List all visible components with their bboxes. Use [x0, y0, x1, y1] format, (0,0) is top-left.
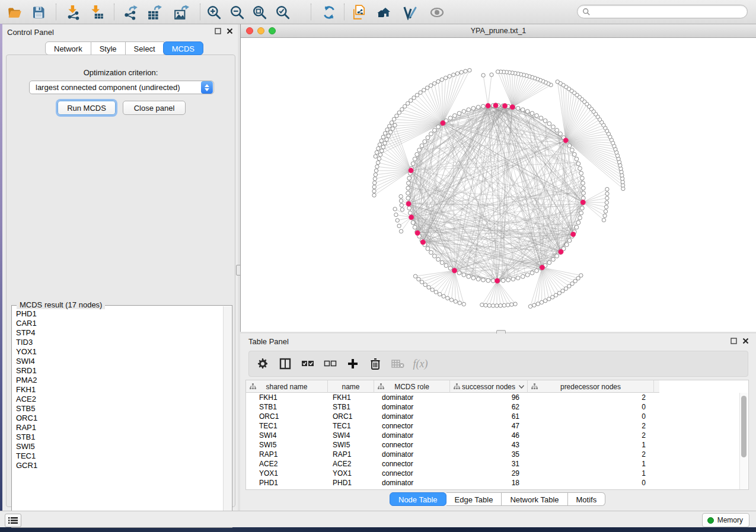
import-network-button[interactable]	[65, 4, 82, 21]
cell-successor-nodes: 96	[450, 393, 528, 402]
network-view-window: YPA_prune.txt_1	[240, 24, 756, 332]
mcds-result-item[interactable]: YOX1	[16, 347, 224, 357]
table-row[interactable]: FKH1 FKH1 dominator 96 2	[246, 393, 749, 402]
export-table-button[interactable]	[146, 4, 163, 21]
tab-style[interactable]: Style	[91, 41, 126, 55]
zoom-in-button[interactable]	[206, 4, 222, 21]
close-panel-button[interactable]: Close panel	[123, 101, 186, 115]
table-row[interactable]: PHD1 PHD1 dominator 18 0	[246, 478, 749, 488]
tab-select[interactable]: Select	[126, 41, 164, 55]
mcds-result-item[interactable]: CAR1	[16, 319, 224, 328]
search-input[interactable]	[591, 7, 747, 17]
home-networks-button[interactable]	[377, 4, 394, 21]
mcds-result-item[interactable]: STB1	[16, 432, 224, 442]
table-scrollbar[interactable]	[739, 393, 748, 489]
mcds-result-item[interactable]: GCR1	[16, 461, 224, 470]
mcds-result-item[interactable]: ORC1	[16, 414, 224, 423]
table-row[interactable]: SWI5 SWI5 connector 43 1	[246, 440, 749, 450]
cell-name: TEC1	[328, 422, 374, 430]
mcds-list-scrollbar[interactable]	[223, 306, 231, 527]
save-session-button[interactable]	[30, 4, 47, 21]
zoom-fit-button[interactable]	[251, 4, 268, 21]
table-row[interactable]: SWI4 SWI4 dominator 46 2	[246, 431, 749, 440]
float-panel-icon[interactable]	[731, 338, 737, 344]
main-toolbar	[0, 0, 756, 24]
criterion-dropdown[interactable]: largest connected component (undirected)	[29, 81, 214, 94]
clear-column-selection-button[interactable]	[321, 355, 339, 373]
tab-edge-table[interactable]: Edge Table	[446, 492, 502, 506]
mcds-result-item[interactable]: PMA2	[16, 376, 224, 385]
mcds-result-item[interactable]: ACE2	[16, 395, 224, 404]
cell-name: SWI4	[328, 431, 374, 440]
mcds-result-item[interactable]: FKH1	[16, 385, 224, 395]
style-brush-icon	[402, 5, 419, 20]
float-panel-icon[interactable]	[215, 28, 221, 34]
cell-mcds-role: dominator	[374, 393, 450, 402]
table-row[interactable]: ACE2 ACE2 connector 31 1	[246, 459, 749, 469]
tab-mcds[interactable]: MCDS	[163, 41, 203, 55]
search-field[interactable]	[577, 5, 748, 18]
table-settings-button[interactable]	[254, 355, 272, 373]
delete-columns-button[interactable]	[366, 355, 384, 373]
show-columns-button[interactable]	[276, 355, 294, 373]
column-header-name[interactable]: name	[328, 380, 374, 393]
mcds-result-item[interactable]: PHD1	[16, 309, 224, 319]
style-preview-button[interactable]	[402, 4, 419, 21]
mcds-result-list[interactable]: PHD1 CAR1 STP4 TID3 YOX1 SWI4 SRD1 PMA2	[12, 309, 224, 527]
close-panel-icon[interactable]	[742, 338, 749, 344]
list-icon	[8, 517, 18, 524]
mcds-result-item[interactable]: SWI5	[16, 442, 224, 451]
column-header-mcds-role[interactable]: MCDS role	[374, 380, 450, 393]
zoom-out-button[interactable]	[229, 4, 245, 21]
delete-table-button[interactable]	[389, 355, 407, 373]
table-row[interactable]: YOX1 YOX1 connector 29 1	[246, 469, 749, 478]
node-table-header: shared name name MCDS role successor nod…	[246, 380, 659, 393]
export-network-button[interactable]	[123, 4, 139, 21]
column-label: predecessor nodes	[560, 383, 621, 391]
create-column-button[interactable]	[344, 355, 362, 373]
org-chart-icon	[378, 383, 384, 390]
optimization-criterion-label: Optimization criterion:	[7, 68, 235, 77]
column-header-successor-nodes[interactable]: successor nodes	[450, 380, 528, 393]
network-canvas[interactable]	[241, 38, 756, 332]
export-image-button[interactable]	[173, 4, 190, 21]
table-row[interactable]: STB1 STB1 dominator 62 0	[246, 402, 749, 412]
table-scrollbar-thumb[interactable]	[741, 396, 747, 457]
export-table-icon	[147, 5, 162, 20]
refresh-view-button[interactable]	[321, 4, 337, 21]
tab-network-table[interactable]: Network Table	[502, 492, 567, 506]
houses-icon	[377, 5, 394, 20]
tab-network[interactable]: Network	[45, 41, 91, 55]
mcds-result-item[interactable]: STB5	[16, 404, 224, 414]
column-header-shared-name[interactable]: shared name	[246, 380, 328, 393]
task-history-button[interactable]	[5, 514, 21, 527]
zoom-out-icon	[229, 5, 245, 20]
mcds-result-item[interactable]: SRD1	[16, 366, 224, 376]
show-hide-panel-button[interactable]	[429, 4, 445, 21]
close-panel-icon[interactable]	[227, 28, 233, 34]
network-window-titlebar[interactable]: YPA_prune.txt_1	[241, 24, 756, 38]
mcds-result-item[interactable]: STP4	[16, 328, 224, 338]
function-builder-button[interactable]: f(x)	[412, 355, 429, 373]
mcds-result-item[interactable]: SWI4	[16, 357, 224, 366]
memory-button[interactable]: Memory	[702, 513, 749, 527]
table-panel-tabs: Node Table Edge Table Network Table Moti…	[390, 492, 605, 506]
open-session-button[interactable]	[7, 4, 23, 21]
table-row[interactable]: RAP1 RAP1 dominator 35 2	[246, 450, 749, 459]
tab-node-table[interactable]: Node Table	[390, 492, 446, 506]
mcds-result-item[interactable]: TEC1	[16, 451, 224, 461]
mcds-result-item[interactable]: RAP1	[16, 423, 224, 432]
import-table-button[interactable]	[88, 4, 105, 21]
select-all-columns-button[interactable]	[299, 355, 317, 373]
table-row[interactable]: ORC1 ORC1 dominator 61 0	[246, 412, 749, 421]
cell-successor-nodes: 31	[450, 460, 528, 468]
dropdown-stepper-icon	[201, 81, 213, 94]
run-mcds-button[interactable]: Run MCDS	[58, 101, 116, 115]
zoom-selected-button[interactable]	[275, 4, 291, 21]
mcds-result-item[interactable]: TID3	[16, 338, 224, 347]
table-row[interactable]: TEC1 TEC1 connector 47 2	[246, 421, 749, 431]
column-header-predecessor-nodes[interactable]: predecessor nodes	[528, 380, 654, 393]
clone-network-button[interactable]	[350, 4, 367, 21]
tab-motifs[interactable]: Motifs	[568, 492, 606, 506]
memory-status-icon	[707, 517, 714, 524]
